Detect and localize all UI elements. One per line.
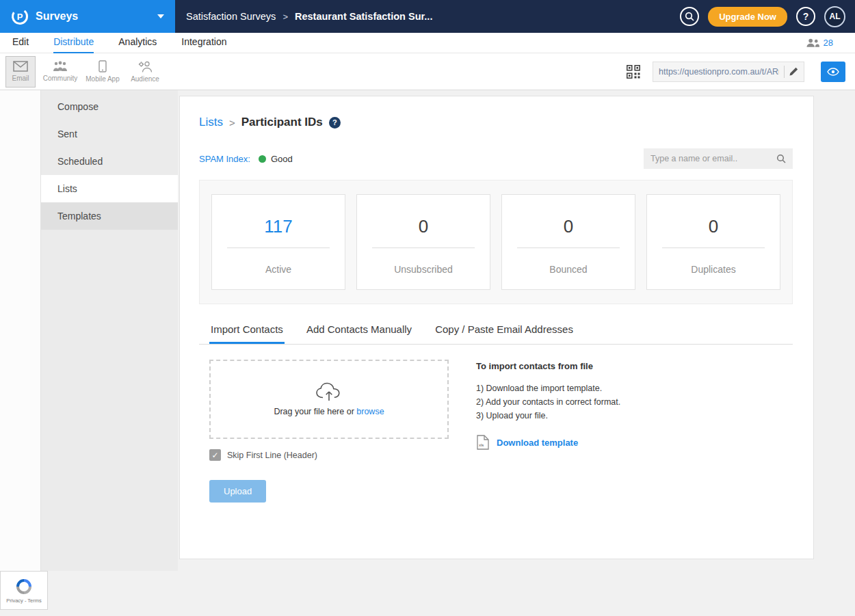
- content-area: Compose Sent Scheduled Lists Templates L…: [0, 90, 855, 571]
- audience-icon: [138, 61, 153, 72]
- spam-status-dot: [259, 155, 266, 163]
- mobile-icon: [98, 60, 107, 72]
- browse-link[interactable]: browse: [356, 407, 384, 416]
- stat-value: 117: [212, 216, 345, 237]
- stat-card-bounced[interactable]: 0 Bounced: [501, 194, 635, 290]
- sidebar-item-lists[interactable]: Lists: [41, 175, 178, 202]
- breadcrumb-parent[interactable]: Satisfaction Surveys: [186, 11, 276, 22]
- tab-import-contacts[interactable]: Import Contacts: [209, 321, 285, 344]
- survey-nav-tabs: Edit Distribute Analytics Integration 28: [0, 33, 855, 53]
- tab-analytics[interactable]: Analytics: [118, 33, 157, 53]
- tab-add-contacts-manually[interactable]: Add Contacts Manually: [305, 321, 413, 344]
- instructions-steps: 1) Download the import template. 2) Add …: [476, 381, 620, 423]
- help-icon[interactable]: ?: [796, 7, 815, 26]
- breadcrumb-separator: >: [282, 12, 288, 22]
- instructions-title: To import contacts from file: [476, 361, 620, 371]
- preview-eye-button[interactable]: [821, 62, 845, 82]
- svg-text:P: P: [17, 12, 23, 22]
- stat-card-duplicates[interactable]: 0 Duplicates: [646, 194, 780, 290]
- download-template-link[interactable]: Download template: [497, 438, 578, 448]
- chevron-down-icon: [157, 14, 164, 18]
- xls-file-icon: xls: [476, 435, 490, 450]
- survey-url-input[interactable]: [659, 67, 779, 77]
- spam-index-label: SPAM Index:: [199, 154, 250, 164]
- channel-community[interactable]: Community: [42, 56, 78, 88]
- search-icon[interactable]: [680, 7, 699, 26]
- breadcrumb-separator: >: [229, 117, 235, 129]
- skip-first-line-label: Skip First Line (Header): [227, 451, 317, 460]
- left-gutter: [0, 90, 41, 571]
- sidebar-item-templates[interactable]: Templates: [41, 202, 178, 230]
- channel-label: Mobile App: [86, 75, 119, 83]
- questionpro-logo: P: [11, 8, 29, 25]
- recaptcha-privacy-terms[interactable]: Privacy - Terms: [6, 598, 42, 604]
- channel-audience[interactable]: Audience: [127, 56, 163, 88]
- community-icon: [53, 61, 68, 72]
- breadcrumb-lists-link[interactable]: Lists: [199, 116, 223, 129]
- product-switcher[interactable]: P Surveys: [0, 0, 175, 33]
- breadcrumb-current: Restaurant Satisfaction Sur...: [295, 11, 432, 22]
- upgrade-now-button[interactable]: Upgrade Now: [708, 7, 787, 27]
- brand-label: Surveys: [36, 10, 78, 23]
- sidebar-item-scheduled[interactable]: Scheduled: [41, 148, 178, 175]
- contact-search-input[interactable]: [650, 154, 776, 163]
- skip-first-line-checkbox[interactable]: [209, 449, 221, 461]
- upload-button[interactable]: Upload: [209, 480, 266, 503]
- divider: [227, 247, 330, 248]
- tab-copy-paste-emails[interactable]: Copy / Paste Email Addresses: [434, 321, 575, 344]
- qr-code-icon[interactable]: [627, 65, 640, 79]
- channel-label: Email: [12, 75, 29, 82]
- divider: [784, 66, 785, 78]
- lists-breadcrumb: Lists > Participant IDs ?: [199, 116, 793, 129]
- skip-first-line-row: Skip First Line (Header): [209, 449, 449, 461]
- search-icon[interactable]: [776, 154, 786, 163]
- file-dropzone[interactable]: Drag your file here or browse: [209, 360, 449, 439]
- tab-distribute[interactable]: Distribute: [53, 33, 94, 53]
- divider: [662, 247, 765, 248]
- tab-edit[interactable]: Edit: [12, 33, 29, 53]
- respondent-count: 28: [824, 38, 833, 48]
- avatar[interactable]: AL: [824, 6, 845, 27]
- lists-card: Lists > Participant IDs ? SPAM Index: Go…: [179, 96, 814, 559]
- stat-label: Unsubscribed: [357, 264, 490, 275]
- share-controls: [627, 62, 845, 82]
- breadcrumb-current-list: Participant IDs: [241, 116, 323, 129]
- stat-card-unsubscribed[interactable]: 0 Unsubscribed: [356, 194, 490, 290]
- divider: [372, 247, 475, 248]
- survey-url-box: [653, 62, 804, 82]
- dropzone-text: Drag your file here or browse: [274, 407, 384, 416]
- recaptcha-badge[interactable]: Privacy - Terms: [0, 571, 48, 610]
- channel-label: Audience: [131, 75, 159, 83]
- main-panel: Lists > Participant IDs ? SPAM Index: Go…: [178, 90, 855, 571]
- topbar-actions: Upgrade Now ? AL: [680, 6, 855, 27]
- contact-search-box: [644, 148, 793, 169]
- stat-value: 0: [647, 216, 780, 237]
- sidebar-item-sent[interactable]: Sent: [41, 120, 178, 148]
- edit-url-pencil-icon[interactable]: [789, 67, 798, 76]
- distribute-toolbar: Email Community Mobile App Audience: [0, 53, 855, 90]
- stat-value: 0: [357, 216, 490, 237]
- import-contacts-section: Drag your file here or browse Skip First…: [199, 360, 793, 503]
- stat-card-active[interactable]: 117 Active: [211, 194, 345, 290]
- distribute-sidebar: Compose Sent Scheduled Lists Templates: [41, 90, 178, 571]
- instruction-step: 3) Upload your file.: [476, 409, 620, 423]
- cloud-upload-icon: [315, 382, 343, 401]
- email-icon: [13, 61, 28, 72]
- topbar: P Surveys Satisfaction Surveys > Restaur…: [0, 0, 855, 33]
- channel-email[interactable]: Email: [5, 56, 36, 88]
- dropzone-label: Drag your file here or: [274, 407, 354, 416]
- respondents-indicator[interactable]: 28: [806, 38, 843, 48]
- stat-label: Duplicates: [647, 264, 780, 275]
- divider: [517, 247, 620, 248]
- contact-stats-panel: 117 Active 0 Unsubscribed 0 Bounced 0: [199, 180, 793, 304]
- instruction-step: 1) Download the import template.: [476, 381, 620, 395]
- stat-label: Bounced: [502, 264, 635, 275]
- channel-mobile-app[interactable]: Mobile App: [85, 56, 120, 88]
- spam-status-text: Good: [271, 154, 293, 164]
- tab-integration[interactable]: Integration: [181, 33, 226, 53]
- svg-text:xls: xls: [479, 443, 484, 447]
- list-help-icon[interactable]: ?: [329, 117, 341, 129]
- upload-column: Drag your file here or browse Skip First…: [209, 360, 449, 503]
- sidebar-item-compose[interactable]: Compose: [41, 93, 178, 120]
- channel-label: Community: [43, 75, 78, 82]
